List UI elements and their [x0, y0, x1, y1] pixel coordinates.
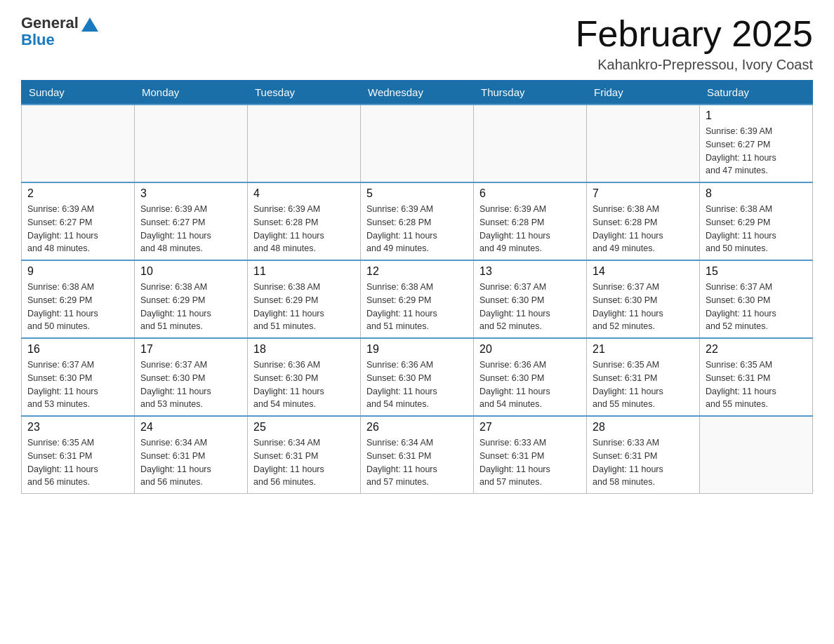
day-number: 25 — [253, 421, 355, 434]
day-number: 6 — [479, 187, 581, 200]
day-info: Sunrise: 6:34 AM Sunset: 6:31 PM Dayligh… — [140, 436, 241, 489]
calendar-cell: 28Sunrise: 6:33 AM Sunset: 6:31 PM Dayli… — [587, 416, 700, 494]
col-header-thursday: Thursday — [474, 81, 587, 105]
calendar-cell: 27Sunrise: 6:33 AM Sunset: 6:31 PM Dayli… — [474, 416, 587, 494]
day-info: Sunrise: 6:39 AM Sunset: 6:28 PM Dayligh… — [479, 203, 581, 255]
week-row-3: 9Sunrise: 6:38 AM Sunset: 6:29 PM Daylig… — [22, 260, 813, 338]
day-number: 3 — [140, 187, 241, 200]
day-number: 14 — [593, 265, 694, 278]
day-number: 1 — [706, 109, 807, 122]
day-number: 24 — [140, 421, 241, 434]
day-number: 15 — [706, 265, 807, 278]
day-number: 22 — [706, 343, 807, 356]
day-info: Sunrise: 6:35 AM Sunset: 6:31 PM Dayligh… — [27, 436, 128, 489]
day-info: Sunrise: 6:35 AM Sunset: 6:31 PM Dayligh… — [593, 358, 694, 411]
col-header-tuesday: Tuesday — [248, 81, 361, 105]
calendar-cell: 4Sunrise: 6:39 AM Sunset: 6:28 PM Daylig… — [248, 182, 361, 260]
calendar-cell: 13Sunrise: 6:37 AM Sunset: 6:30 PM Dayli… — [474, 260, 587, 338]
calendar-cell — [361, 105, 474, 182]
calendar-cell: 18Sunrise: 6:36 AM Sunset: 6:30 PM Dayli… — [248, 338, 361, 416]
calendar-cell: 14Sunrise: 6:37 AM Sunset: 6:30 PM Dayli… — [587, 260, 700, 338]
calendar-cell: 20Sunrise: 6:36 AM Sunset: 6:30 PM Dayli… — [474, 338, 587, 416]
calendar-cell — [587, 105, 700, 182]
calendar-cell: 10Sunrise: 6:38 AM Sunset: 6:29 PM Dayli… — [135, 260, 248, 338]
day-info: Sunrise: 6:37 AM Sunset: 6:30 PM Dayligh… — [27, 358, 128, 411]
day-number: 13 — [479, 265, 581, 278]
logo-triangle-icon — [81, 18, 98, 32]
calendar-cell: 21Sunrise: 6:35 AM Sunset: 6:31 PM Dayli… — [587, 338, 700, 416]
day-info: Sunrise: 6:39 AM Sunset: 6:28 PM Dayligh… — [253, 203, 355, 255]
calendar-cell: 16Sunrise: 6:37 AM Sunset: 6:30 PM Dayli… — [22, 338, 135, 416]
calendar-header-row: SundayMondayTuesdayWednesdayThursdayFrid… — [22, 81, 813, 105]
day-number: 18 — [253, 343, 355, 356]
day-number: 12 — [366, 265, 468, 278]
calendar-cell: 6Sunrise: 6:39 AM Sunset: 6:28 PM Daylig… — [474, 182, 587, 260]
day-info: Sunrise: 6:39 AM Sunset: 6:27 PM Dayligh… — [27, 203, 128, 255]
calendar-cell: 5Sunrise: 6:39 AM Sunset: 6:28 PM Daylig… — [361, 182, 474, 260]
calendar-cell: 17Sunrise: 6:37 AM Sunset: 6:30 PM Dayli… — [135, 338, 248, 416]
day-info: Sunrise: 6:36 AM Sunset: 6:30 PM Dayligh… — [366, 358, 468, 411]
day-info: Sunrise: 6:38 AM Sunset: 6:29 PM Dayligh… — [706, 203, 807, 255]
day-info: Sunrise: 6:37 AM Sunset: 6:30 PM Dayligh… — [706, 281, 807, 333]
month-title: February 2025 — [576, 14, 813, 54]
day-info: Sunrise: 6:36 AM Sunset: 6:30 PM Dayligh… — [479, 358, 581, 411]
calendar-cell: 15Sunrise: 6:37 AM Sunset: 6:30 PM Dayli… — [700, 260, 813, 338]
calendar-cell: 8Sunrise: 6:38 AM Sunset: 6:29 PM Daylig… — [700, 182, 813, 260]
day-info: Sunrise: 6:36 AM Sunset: 6:30 PM Dayligh… — [253, 358, 355, 411]
calendar-cell — [700, 416, 813, 494]
day-number: 27 — [479, 421, 581, 434]
col-header-monday: Monday — [135, 81, 248, 105]
calendar-cell — [474, 105, 587, 182]
day-number: 16 — [27, 343, 128, 356]
title-area: February 2025 Kahankro-Prepressou, Ivory… — [576, 14, 813, 73]
calendar-cell: 24Sunrise: 6:34 AM Sunset: 6:31 PM Dayli… — [135, 416, 248, 494]
day-info: Sunrise: 6:37 AM Sunset: 6:30 PM Dayligh… — [593, 281, 694, 333]
calendar-cell: 9Sunrise: 6:38 AM Sunset: 6:29 PM Daylig… — [22, 260, 135, 338]
day-info: Sunrise: 6:34 AM Sunset: 6:31 PM Dayligh… — [253, 436, 355, 489]
day-info: Sunrise: 6:38 AM Sunset: 6:29 PM Dayligh… — [27, 281, 128, 333]
calendar-cell: 11Sunrise: 6:38 AM Sunset: 6:29 PM Dayli… — [248, 260, 361, 338]
day-number: 26 — [366, 421, 468, 434]
calendar-cell: 23Sunrise: 6:35 AM Sunset: 6:31 PM Dayli… — [22, 416, 135, 494]
day-info: Sunrise: 6:39 AM Sunset: 6:27 PM Dayligh… — [706, 125, 807, 177]
day-number: 9 — [27, 265, 128, 278]
col-header-saturday: Saturday — [700, 81, 813, 105]
day-info: Sunrise: 6:37 AM Sunset: 6:30 PM Dayligh… — [140, 358, 241, 411]
day-number: 23 — [27, 421, 128, 434]
calendar-cell: 26Sunrise: 6:34 AM Sunset: 6:31 PM Dayli… — [361, 416, 474, 494]
col-header-wednesday: Wednesday — [361, 81, 474, 105]
day-number: 28 — [593, 421, 694, 434]
calendar-cell — [22, 105, 135, 182]
col-header-sunday: Sunday — [22, 81, 135, 105]
day-info: Sunrise: 6:33 AM Sunset: 6:31 PM Dayligh… — [479, 436, 581, 489]
day-info: Sunrise: 6:38 AM Sunset: 6:29 PM Dayligh… — [253, 281, 355, 333]
calendar-cell: 1Sunrise: 6:39 AM Sunset: 6:27 PM Daylig… — [700, 105, 813, 182]
day-number: 7 — [593, 187, 694, 200]
week-row-2: 2Sunrise: 6:39 AM Sunset: 6:27 PM Daylig… — [22, 182, 813, 260]
calendar-cell: 25Sunrise: 6:34 AM Sunset: 6:31 PM Dayli… — [248, 416, 361, 494]
day-info: Sunrise: 6:39 AM Sunset: 6:28 PM Dayligh… — [366, 203, 468, 255]
week-row-1: 1Sunrise: 6:39 AM Sunset: 6:27 PM Daylig… — [22, 105, 813, 182]
day-info: Sunrise: 6:33 AM Sunset: 6:31 PM Dayligh… — [593, 436, 694, 489]
day-info: Sunrise: 6:37 AM Sunset: 6:30 PM Dayligh… — [479, 281, 581, 333]
day-number: 8 — [706, 187, 807, 200]
day-info: Sunrise: 6:38 AM Sunset: 6:28 PM Dayligh… — [593, 203, 694, 255]
logo-text-general: General — [21, 14, 79, 32]
calendar-cell — [135, 105, 248, 182]
logo-text-blue: Blue — [21, 31, 55, 49]
day-number: 20 — [479, 343, 581, 356]
calendar-cell: 2Sunrise: 6:39 AM Sunset: 6:27 PM Daylig… — [22, 182, 135, 260]
day-number: 4 — [253, 187, 355, 200]
week-row-4: 16Sunrise: 6:37 AM Sunset: 6:30 PM Dayli… — [22, 338, 813, 416]
logo: General Blue — [21, 14, 98, 49]
col-header-friday: Friday — [587, 81, 700, 105]
location-subtitle: Kahankro-Prepressou, Ivory Coast — [576, 57, 813, 73]
day-number: 2 — [27, 187, 128, 200]
week-row-5: 23Sunrise: 6:35 AM Sunset: 6:31 PM Dayli… — [22, 416, 813, 494]
day-info: Sunrise: 6:35 AM Sunset: 6:31 PM Dayligh… — [706, 358, 807, 411]
day-number: 11 — [253, 265, 355, 278]
day-number: 21 — [593, 343, 694, 356]
calendar-cell: 12Sunrise: 6:38 AM Sunset: 6:29 PM Dayli… — [361, 260, 474, 338]
day-number: 10 — [140, 265, 241, 278]
calendar-cell: 22Sunrise: 6:35 AM Sunset: 6:31 PM Dayli… — [700, 338, 813, 416]
